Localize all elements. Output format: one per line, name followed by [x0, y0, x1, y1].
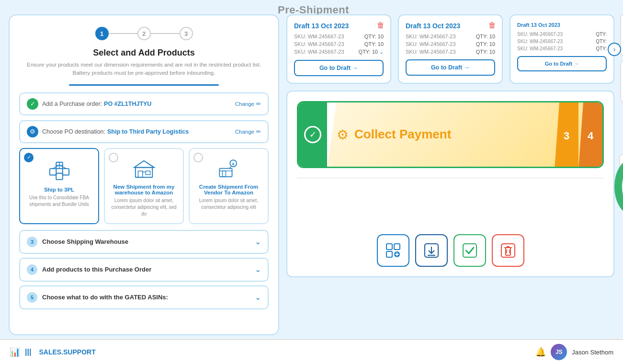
shipment-card-1: 🗑 Draft 13 Oct 2023 SKU: WM-245667-23 QT…	[286, 14, 391, 84]
option-3-radio	[193, 153, 203, 162]
step-3: 3	[180, 27, 193, 40]
destination-row: ⚙ Choose PO destination: Ship to Third P…	[19, 120, 269, 143]
download-btn[interactable]	[415, 234, 448, 267]
card-2-date: Draft 13 Oct 2023	[406, 22, 495, 30]
expand-row-gated-asins[interactable]: 5 Choose what to do with the GATED ASINs…	[19, 285, 269, 309]
main-shipment-area: ✓ ⚙ Collect Payment 3 4	[286, 91, 614, 277]
collect-payment-text: Collect Payment	[354, 127, 451, 142]
stepper: 1 2 3	[19, 27, 269, 40]
svg-rect-21	[386, 251, 392, 257]
brand-name: SALES.SUPPORT	[39, 348, 95, 356]
destination-value: Ship to Third Party Logistics	[107, 128, 189, 135]
cp-step-4: 4	[578, 102, 602, 168]
destination-icon: ⚙	[27, 126, 38, 137]
user-avatar: JS	[551, 344, 567, 360]
svg-rect-28	[463, 244, 476, 257]
chevron-down-icon-5: ⌄	[255, 293, 261, 302]
sku-row-2-3: SKU: WM-245667-23 QTY: 10	[406, 49, 495, 55]
svg-rect-20	[394, 244, 400, 250]
purchase-order-row: ✓ Add a Purchase order: PO #ZL1THJTYU Ch…	[19, 92, 269, 115]
add-products-label: Add products to this Purchase Order	[42, 266, 255, 273]
sku-row-1-2: SKU: WM-245667-23 QTY: 10	[294, 41, 384, 47]
step-1: 1	[95, 27, 109, 40]
add-products-btn[interactable]	[377, 234, 409, 267]
option-2-radio	[109, 153, 118, 162]
brand-icon: |||	[25, 348, 31, 356]
shipment-cards-row: 🗑 Draft 13 Oct 2023 SKU: WM-245667-23 QT…	[286, 14, 614, 84]
bottom-bar: 📊 ||| SALES.SUPPORT 🔔 JS Jason Stethom	[0, 339, 623, 364]
svg-rect-19	[386, 244, 392, 250]
step-2: 2	[137, 27, 151, 40]
sku-row-2-1: SKU: WM-245667-23 QTY: 10	[406, 34, 495, 39]
go-to-draft-btn-2[interactable]: Go to Draft →	[406, 59, 495, 76]
step-num-5: 5	[27, 292, 37, 303]
chart-icon: 📊	[10, 347, 20, 357]
asterisk-card[interactable]: ✳	[620, 60, 623, 102]
cp-step-3: 3	[555, 102, 578, 168]
sku-row-3-3: SKU: WM-245667-23 QTY:	[517, 46, 607, 51]
option-cards: ✓ Ship to 3PL Use this to Consolidate FB…	[19, 148, 269, 224]
user-name: Jason Stethom	[572, 349, 613, 356]
shipment-card-2: 🗑 Draft 13 Oct 2023 SKU: WM-245667-23 QT…	[398, 14, 503, 84]
panel-subtitle: Ensure your products meet our dimension …	[19, 61, 269, 78]
svg-marker-8	[134, 160, 154, 167]
option-1-title: Ship to 3PL	[24, 187, 94, 193]
sku-row-1-1: SKU: WM-245667-23 QTY: 10	[294, 34, 384, 39]
delete-main-btn[interactable]	[492, 234, 524, 267]
option-2-title: New Shipment from my warehouse to Amazon	[109, 184, 179, 195]
sku-row-1-3: SKU: WM-245667-23 QTY: 10 ⌄	[294, 49, 384, 55]
action-buttons	[297, 234, 604, 267]
side-icons-top: 𝔄 ✳	[620, 14, 623, 102]
sku-row-3-1: SKU: WM-245667-23 QTY:	[517, 32, 607, 37]
collect-payment-card: ✓ ⚙ Collect Payment 3 4	[297, 101, 604, 168]
option-new-shipment[interactable]: New Shipment from my warehouse to Amazon…	[104, 148, 184, 224]
step-num-4: 4	[27, 264, 37, 275]
option-3-title: Create Shipment From Vendor To Amazon	[193, 184, 264, 195]
left-panel: 1 2 3 Select and Add Products Ensure you…	[9, 14, 279, 335]
option-ship-3pl[interactable]: ✓ Ship to 3PL Use this to Consolidate FB…	[19, 148, 99, 224]
delete-card-1-btn[interactable]: 🗑	[377, 21, 385, 30]
option-1-icon	[24, 159, 94, 184]
expand-row-add-products[interactable]: 4 Add products to this Purchase Order ⌄	[19, 258, 269, 282]
svg-text:a: a	[232, 161, 234, 166]
option-check-icon: ✓	[24, 153, 34, 162]
sku-row-2-2: SKU: WM-245667-23 QTY: 10	[406, 41, 495, 47]
divider	[297, 178, 604, 178]
cp-check-area: ✓	[298, 101, 327, 168]
option-vendor-shipment[interactable]: a Create Shipment From Vendor To Amazon …	[189, 148, 269, 224]
nav-arrow-right[interactable]: ›	[608, 43, 621, 56]
step-num-3: 3	[27, 237, 37, 247]
progress-bar	[69, 84, 219, 86]
option-1-desc: Use this to Consolidate FBA shipments an…	[24, 194, 94, 208]
shipment-card-3: Draft 13 Oct 2023 SKU: WM-245667-23 QTY:…	[510, 14, 614, 84]
chevron-down-icon-3: ⌄	[255, 237, 261, 246]
right-area: 🗑 Draft 13 Oct 2023 SKU: WM-245667-23 QT…	[286, 14, 614, 330]
option-2-desc: Lorem ipsum dolor sit amet, consectetur …	[109, 197, 179, 217]
option-3-desc: Lorem ipsum dolor sit amet, consectetur …	[193, 197, 264, 211]
expand-row-shipping-warehouse[interactable]: 3 Choose Shipping Warehouse ⌄	[19, 230, 269, 254]
svg-rect-10	[138, 171, 142, 177]
gated-asins-label: Choose what to do with the GATED ASINs:	[42, 294, 255, 301]
step-line-1	[109, 33, 137, 34]
svg-rect-5	[49, 169, 56, 175]
go-to-draft-btn-1[interactable]: Go to Draft →	[294, 60, 384, 76]
svg-rect-6	[62, 169, 68, 175]
gear-icon: ⚙	[337, 127, 349, 143]
card-1-date: Draft 13 Oct 2023	[294, 22, 384, 30]
po-change-btn[interactable]: Change ✏	[235, 101, 261, 107]
destination-change-btn[interactable]: Change ✏	[235, 128, 261, 135]
sound-icon-card[interactable]: 🔔	[619, 154, 623, 202]
card-3-date: Draft 13 Oct 2023	[517, 22, 607, 28]
po-value: PO #ZL1THJTYU	[104, 101, 151, 107]
cp-steps: 3 4	[555, 102, 602, 168]
po-label: Add a Purchase order:	[42, 101, 102, 107]
sku-row-3-2: SKU: WM-245667-23 QTY:	[517, 39, 607, 44]
panel-title: Select and Add Products	[19, 48, 269, 58]
delete-card-2-btn[interactable]: 🗑	[488, 21, 496, 30]
svg-rect-7	[56, 173, 62, 179]
po-check-icon: ✓	[27, 98, 38, 110]
destination-label: Choose PO destination:	[42, 128, 105, 135]
approve-btn[interactable]	[453, 234, 486, 267]
notification-bell-icon[interactable]: 🔔	[535, 347, 546, 357]
go-to-draft-btn-3[interactable]: Go to Draft →	[517, 56, 607, 71]
